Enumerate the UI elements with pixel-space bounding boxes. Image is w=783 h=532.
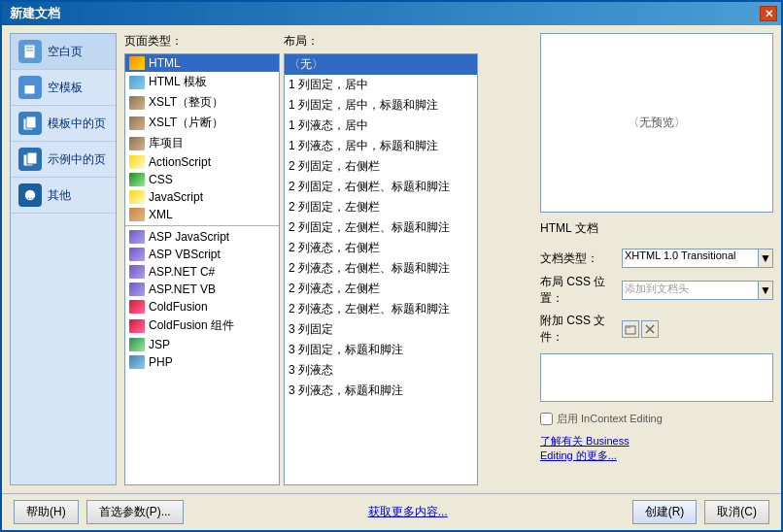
create-button[interactable]: 创建(R)	[632, 500, 698, 524]
layout-item-1col-fixed-center-header[interactable]: 1 列固定，居中，标题和脚注	[285, 95, 477, 116]
help-button[interactable]: 帮助(H)	[14, 500, 79, 524]
attach-css-row: 附加 CSS 文件：	[540, 313, 773, 346]
actionscript-label: ActionScript	[149, 155, 211, 169]
layout-item-none[interactable]: 〈无〉	[285, 54, 477, 75]
php-label: PHP	[149, 355, 173, 369]
list-item-coldfusion-component[interactable]: ColdFusion 组件	[125, 316, 279, 336]
xslt-fragment-icon	[129, 116, 145, 130]
incontext-link[interactable]: 了解有关 BusinessEditing 的更多...	[540, 435, 630, 461]
page-type-label: 页面类型：	[124, 33, 280, 50]
php-icon	[129, 355, 145, 369]
svg-rect-8	[27, 152, 37, 164]
layout-item-2col-fixed-right[interactable]: 2 列固定，右侧栏	[285, 156, 477, 177]
doc-type-row: 文档类型： XHTML 1.0 Transitional ▼	[540, 249, 773, 268]
sidebar-item-page-from-example[interactable]: 示例中的页	[11, 142, 116, 178]
layout-css-placeholder: 添加到文档头	[625, 283, 689, 294]
library-label: 库项目	[149, 135, 184, 151]
middle-section: 页面类型： HTML HTML 模板 XSLT（整页）	[124, 33, 532, 485]
list-item-html[interactable]: HTML	[125, 54, 279, 72]
close-button[interactable]: ✕	[760, 6, 777, 21]
list-item-javascript[interactable]: JavaScript	[125, 188, 279, 206]
list-item-php[interactable]: PHP	[125, 353, 279, 371]
layout-item-3col-fluid-header[interactable]: 3 列液态，标题和脚注	[285, 381, 477, 401]
coldfusion-component-label: ColdFusion 组件	[149, 317, 234, 334]
blank-template-icon	[18, 76, 42, 99]
layout-item-2col-fluid-left[interactable]: 2 列液态，左侧栏	[285, 279, 477, 299]
layout-item-2col-fluid-left-header[interactable]: 2 列液态，左侧栏、标题和脚注	[285, 299, 477, 319]
list-item-aspnet-cs[interactable]: ASP.NET C#	[125, 263, 279, 281]
blank-page-label: 空白页	[48, 44, 83, 60]
blank-template-label: 空模板	[48, 80, 83, 96]
other-label: 其他	[48, 187, 71, 204]
attach-css-browse-btn[interactable]	[622, 320, 639, 338]
settings-section: 文档类型： XHTML 1.0 Transitional ▼ 布局 CSS 位置…	[540, 249, 773, 463]
columns-container: 页面类型： HTML HTML 模板 XSLT（整页）	[124, 33, 532, 485]
list-item-asp-js[interactable]: ASP JavaScript	[125, 228, 279, 246]
sidebar-item-other[interactable]: ... 其他	[11, 178, 116, 214]
coldfusion-component-icon	[129, 319, 145, 333]
page-type-list[interactable]: HTML HTML 模板 XSLT（整页） XSLT（片断）	[124, 53, 280, 485]
layout-item-1col-fluid-center[interactable]: 1 列液态，居中	[285, 116, 477, 136]
title-bar: 新建文档 ✕	[2, 2, 781, 25]
list-item-jsp[interactable]: JSP	[125, 336, 279, 353]
title-bar-buttons: ✕	[760, 6, 777, 21]
html-icon	[129, 56, 145, 70]
incontext-row: 启用 InContext Editing	[540, 412, 773, 426]
cancel-button[interactable]: 取消(C)	[704, 500, 769, 524]
layout-item-2col-fluid-right-header[interactable]: 2 列液态，右侧栏、标题和脚注	[285, 258, 477, 279]
list-item-library[interactable]: 库项目	[125, 133, 279, 153]
layout-item-3col-fluid[interactable]: 3 列液态	[285, 360, 477, 381]
jsp-icon	[129, 338, 145, 351]
doc-type-arrow[interactable]: ▼	[758, 249, 773, 268]
sidebar-item-blank-page[interactable]: 空白页	[11, 34, 116, 70]
layout-item-2col-fixed-left[interactable]: 2 列固定，左侧栏	[285, 197, 477, 217]
list-item-coldfusion[interactable]: ColdFusion	[125, 298, 279, 316]
list-item-xslt-fragment[interactable]: XSLT（片断）	[125, 113, 279, 133]
list-item-html-template[interactable]: HTML 模板	[125, 72, 279, 92]
xslt-full-label: XSLT（整页）	[149, 94, 223, 111]
layout-item-2col-fixed-right-header[interactable]: 2 列固定，右侧栏、标题和脚注	[285, 177, 477, 197]
list-item-actionscript[interactable]: ActionScript	[125, 153, 279, 171]
layout-list[interactable]: 〈无〉 1 列固定，居中 1 列固定，居中，标题和脚注 1 列液态，居中 1 列…	[284, 53, 478, 485]
sidebar-item-page-from-template[interactable]: 模板中的页	[11, 106, 116, 142]
doc-type-select-field[interactable]: XHTML 1.0 Transitional	[622, 249, 758, 268]
layout-item-3col-fixed[interactable]: 3 列固定	[285, 319, 477, 340]
layout-item-2col-fluid-right[interactable]: 2 列液态，右侧栏	[285, 238, 477, 258]
list-item-asp-vbs[interactable]: ASP VBScript	[125, 246, 279, 263]
svg-rect-4	[24, 81, 35, 85]
svg-rect-0	[24, 45, 35, 58]
attach-css-label: 附加 CSS 文件：	[540, 313, 618, 346]
aspnet-vb-label: ASP.NET VB	[149, 283, 216, 296]
attach-css-delete-btn[interactable]	[641, 320, 659, 338]
xml-label: XML	[149, 208, 173, 221]
layout-item-1col-fluid-center-header[interactable]: 1 列液态，居中，标题和脚注	[285, 136, 477, 156]
dialog-content: 空白页 空模板 模板中的页 示例中的页	[2, 25, 781, 493]
layout-css-arrow[interactable]: ▼	[758, 281, 773, 300]
incontext-label[interactable]: 启用 InContext Editing	[557, 412, 663, 426]
blank-page-icon	[18, 40, 42, 63]
layout-label: 布局：	[284, 33, 478, 50]
doc-type-value: XHTML 1.0 Transitional	[625, 249, 736, 261]
sidebar-item-blank-template[interactable]: 空模板	[11, 70, 116, 106]
css-textarea[interactable]	[540, 353, 773, 402]
incontext-checkbox[interactable]	[540, 413, 553, 425]
layout-item-1col-fixed-center[interactable]: 1 列固定，居中	[285, 75, 477, 95]
jsp-label: JSP	[149, 338, 170, 351]
layout-item-3col-fixed-header[interactable]: 3 列固定，标题和脚注	[285, 340, 477, 360]
list-item-xslt-full[interactable]: XSLT（整页）	[125, 92, 279, 113]
other-icon: ...	[18, 183, 42, 207]
no-preview-text: 〈无预览〉	[628, 115, 686, 131]
html-label: HTML	[149, 56, 181, 70]
more-content-link[interactable]: 获取更多内容...	[368, 505, 448, 518]
layout-item-2col-fixed-left-header[interactable]: 2 列固定，左侧栏、标题和脚注	[285, 217, 477, 238]
layout-css-select-field[interactable]: 添加到文档头	[622, 281, 758, 300]
html-template-icon	[129, 76, 145, 89]
dialog-title: 新建文档	[10, 5, 60, 22]
asp-js-label: ASP JavaScript	[149, 230, 229, 244]
prefs-button[interactable]: 首选参数(P)...	[86, 500, 184, 524]
list-item-xml[interactable]: XML	[125, 206, 279, 223]
list-item-aspnet-vb[interactable]: ASP.NET VB	[125, 281, 279, 298]
list-item-css[interactable]: CSS	[125, 171, 279, 188]
new-document-dialog: 新建文档 ✕ 空白页 空模板 模板中	[0, 0, 783, 532]
page-from-template-icon	[18, 112, 42, 135]
